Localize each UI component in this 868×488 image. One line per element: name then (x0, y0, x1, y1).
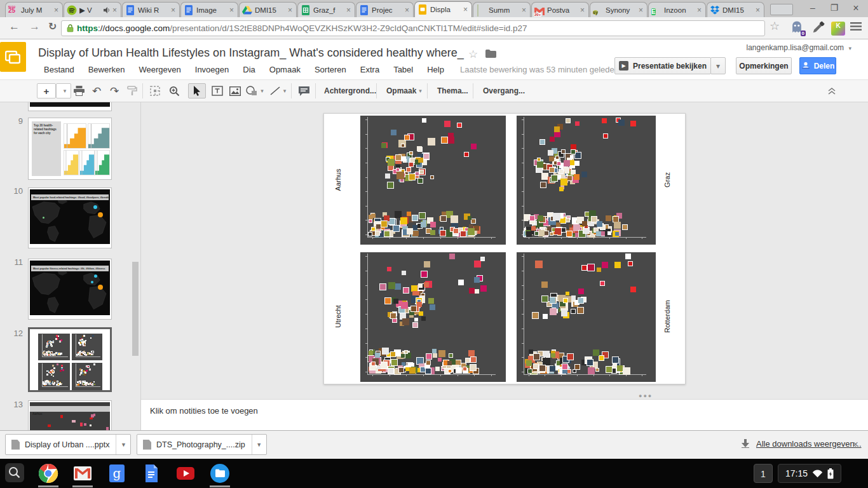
undo-icon[interactable]: ↶ (89, 83, 104, 98)
browser-tab-displa[interactable]: Displa× (414, 1, 472, 17)
tab-close-icon[interactable]: × (754, 6, 761, 14)
paint-format-icon[interactable] (125, 83, 140, 98)
shelf-app-gsearch[interactable]: g (107, 463, 127, 484)
share-button[interactable]: Delen (799, 57, 836, 74)
tab-close-icon[interactable]: × (403, 6, 410, 14)
browser-tab-dmi15[interactable]: DMI15× (239, 2, 297, 17)
line-tool-icon[interactable]: ▾ (268, 83, 287, 98)
tab-close-icon[interactable]: × (228, 6, 235, 14)
browser-tab-dmi15[interactable]: DMI15× (707, 2, 764, 17)
notes-placeholder[interactable]: Klik om notities toe te voegen (150, 406, 868, 416)
account-email[interactable]: langenkamp.lisa@gmail.com ▾ (747, 43, 851, 52)
menu-tabel[interactable]: Tabel (386, 64, 420, 76)
slide-thumbnail-9[interactable]: Top 20 health-related hashtags for each … (28, 118, 112, 180)
theme-button[interactable]: Thema... (431, 83, 475, 98)
browser-tab-image[interactable]: Image× (180, 2, 238, 17)
tab-close-icon[interactable]: × (287, 6, 294, 14)
menu-sorteren[interactable]: Sorteren (308, 64, 353, 76)
download-item-1[interactable]: Display of Urban ....pptx▼ (5, 434, 131, 455)
browser-tab-synony[interactable]: sySynony× (590, 2, 648, 17)
window-minimize-button[interactable]: – (804, 3, 821, 13)
slide-thumbnail-11[interactable]: Most popular fitness-related hashtags: #… (28, 259, 112, 320)
slide-thumbnail-10[interactable]: Most popular food-related hashtags: #foo… (28, 187, 112, 248)
slide-thumbnail-13[interactable]: Aarhus (28, 400, 112, 430)
browser-menu-icon[interactable] (850, 22, 864, 36)
shelf-app-gdocs[interactable] (141, 463, 161, 484)
browser-tab-inzoon[interactable]: EInzoon× (648, 2, 706, 17)
back-button[interactable]: ← (9, 20, 20, 33)
document-title[interactable]: Display of Urban Health Lifestyles on In… (38, 46, 464, 60)
downloads-bar-close-icon[interactable]: × (853, 438, 858, 449)
shelf-app-files[interactable] (210, 463, 230, 484)
notification-count-badge[interactable]: 1 (754, 464, 773, 483)
tab-close-icon[interactable]: × (345, 6, 352, 14)
browser-tab-postva[interactable]: 20+Postva× (531, 2, 589, 17)
slide-page[interactable]: AarhusGrazUtrechtRotterdam (323, 113, 686, 384)
tab-close-icon[interactable]: × (696, 6, 703, 14)
browser-tab-july-m[interactable]: BLDG25July M× (5, 2, 63, 17)
shelf-app-gmail[interactable] (72, 463, 93, 484)
menu-extra[interactable]: Extra (353, 64, 386, 76)
image-tool-icon[interactable] (227, 83, 243, 98)
redo-icon[interactable]: ↷ (107, 83, 122, 98)
download-item-dropdown[interactable]: ▼ (252, 435, 266, 454)
system-tray[interactable]: 17:15 (778, 464, 841, 483)
slides-logo[interactable] (0, 42, 26, 72)
collapse-toolbar-icon[interactable] (824, 83, 839, 98)
download-item-2[interactable]: DTS_Photography_....zip▼ (137, 434, 267, 455)
notes-resize-handle[interactable]: ●●● (639, 393, 653, 399)
browser-tab-projec[interactable]: Projec× (356, 2, 414, 17)
transition-button[interactable]: Overgang... (477, 83, 531, 98)
move-to-folder-icon[interactable] (485, 49, 496, 60)
window-restore-button[interactable]: ❐ (826, 3, 843, 13)
browser-tab--v[interactable]: ▶ V× (64, 2, 121, 17)
new-tab-button[interactable] (770, 4, 793, 15)
select-tool-icon[interactable] (188, 83, 206, 98)
new-slide-dropdown[interactable]: ▾ (56, 83, 71, 98)
tab-close-icon[interactable]: × (111, 6, 118, 14)
menu-dia[interactable]: Dia (236, 64, 262, 76)
forward-button[interactable]: → (29, 20, 40, 33)
show-all-downloads-link[interactable]: Alle downloads weergeven... (756, 439, 862, 449)
print-icon[interactable] (71, 83, 86, 98)
shape-tool-icon[interactable]: ▾ (245, 83, 264, 98)
zoom-icon[interactable] (166, 83, 182, 98)
textbox-tool-icon[interactable] (210, 83, 225, 98)
shelf-app-chrome[interactable] (38, 463, 58, 484)
shelf-app-youtube[interactable] (175, 463, 196, 484)
tab-close-icon[interactable]: × (520, 6, 527, 14)
insert-comment-icon[interactable] (296, 83, 311, 98)
present-dropdown[interactable]: ▾ (710, 57, 726, 74)
menu-help[interactable]: Help (420, 64, 451, 76)
download-item-dropdown[interactable]: ▼ (116, 435, 130, 454)
tab-close-icon[interactable]: × (170, 6, 177, 14)
menu-invoegen[interactable]: Invoegen (188, 64, 236, 76)
window-close-button[interactable]: × (848, 3, 864, 14)
slide-thumbnail-8[interactable] (28, 102, 112, 111)
last-edit-status[interactable]: Laatste bewerking was 53 minuten geleden (451, 64, 621, 76)
address-bar[interactable]: https://docs.google.com/presentation/d/1… (61, 20, 765, 36)
menu-opmaak[interactable]: Opmaak (262, 64, 308, 76)
present-button[interactable]: ▶ Presentatie bekijken (614, 57, 711, 74)
eyedropper-extension-icon[interactable] (811, 20, 825, 34)
menu-bewerken[interactable]: Bewerken (81, 64, 132, 76)
zoom-fit-icon[interactable] (147, 83, 163, 98)
tab-close-icon[interactable]: × (53, 6, 60, 14)
bookmark-star-icon[interactable]: ☆ (770, 19, 783, 33)
browser-tab-summ[interactable]: Summ× (473, 2, 531, 17)
new-slide-button[interactable]: + (37, 83, 56, 98)
layout-button[interactable]: Opmaak▾ (380, 83, 428, 98)
reload-button[interactable]: ↻ (48, 20, 57, 32)
background-button[interactable]: Achtergrond... (318, 83, 383, 98)
ghostery-extension-icon[interactable]: 0 (790, 20, 804, 34)
tab-close-icon[interactable]: × (462, 6, 469, 13)
tab-close-icon[interactable]: × (637, 6, 644, 14)
tab-close-icon[interactable]: × (579, 6, 586, 14)
filmstrip-scrollbar[interactable] (132, 262, 139, 356)
kami-extension-icon[interactable]: K (831, 22, 845, 36)
menu-bestand[interactable]: Bestand (37, 64, 81, 76)
browser-tab-wiki-r[interactable]: Wiki R× (122, 2, 180, 17)
shelf-search-button[interactable] (5, 463, 24, 482)
slide-thumbnail-12-selected[interactable] (28, 327, 112, 392)
speaker-notes[interactable]: Klik om notities toe te voegen (141, 399, 868, 430)
